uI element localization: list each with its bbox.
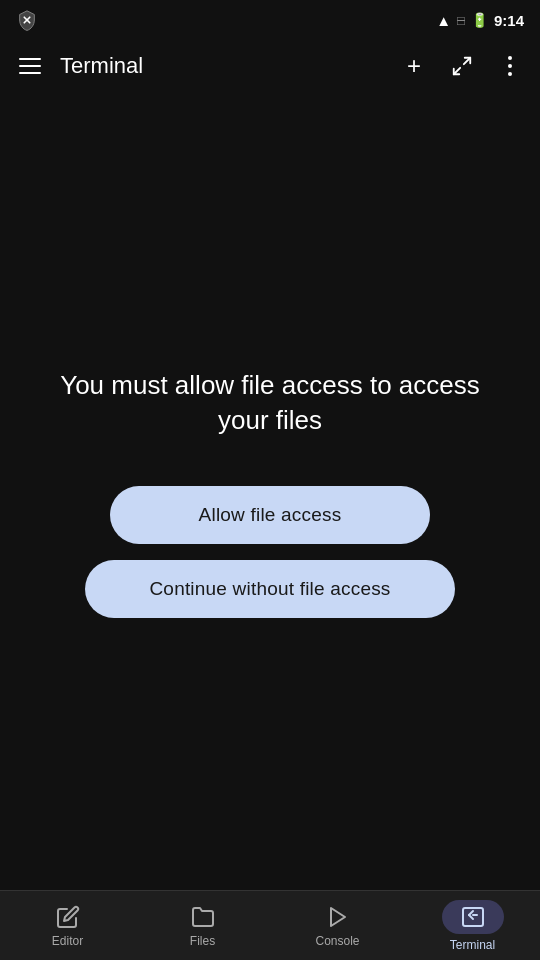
svg-line-2 (464, 58, 470, 64)
app-title: Terminal (60, 53, 392, 79)
plus-icon: + (407, 54, 421, 78)
prompt-text: You must allow file access to access you… (40, 368, 500, 438)
terminal-icon (460, 904, 486, 930)
nav-item-console[interactable]: Console (270, 891, 405, 960)
status-left (16, 9, 38, 31)
battery-icon: 🔋 (471, 12, 488, 28)
nav-label-editor: Editor (52, 934, 83, 948)
continue-without-file-access-button[interactable]: Continue without file access (85, 560, 455, 618)
expand-button[interactable] (440, 44, 484, 88)
svg-line-3 (454, 68, 460, 74)
expand-icon (451, 55, 473, 77)
toolbar: Terminal + (0, 36, 540, 96)
main-content: You must allow file access to access you… (0, 96, 540, 890)
files-icon (190, 904, 216, 930)
more-icon (508, 56, 512, 76)
terminal-icon-wrap (442, 900, 504, 934)
add-tab-button[interactable]: + (392, 44, 436, 88)
signal-icon: □ (457, 13, 465, 28)
hamburger-icon (19, 58, 41, 74)
nav-item-files[interactable]: Files (135, 891, 270, 960)
shield-x-icon (16, 9, 38, 31)
menu-button[interactable] (8, 44, 52, 88)
time-display: 9:14 (494, 12, 524, 29)
toolbar-actions: + (392, 44, 532, 88)
svg-marker-4 (331, 908, 345, 926)
bottom-nav: Editor Files Console (0, 890, 540, 960)
allow-file-access-button[interactable]: Allow file access (110, 486, 430, 544)
editor-icon (55, 904, 81, 930)
nav-label-files: Files (190, 934, 215, 948)
nav-label-terminal: Terminal (450, 938, 495, 952)
nav-label-console: Console (315, 934, 359, 948)
status-bar: ▲ □ 🔋 9:14 (0, 0, 540, 36)
console-icon (325, 904, 351, 930)
status-right: ▲ □ 🔋 9:14 (436, 12, 524, 29)
nav-item-editor[interactable]: Editor (0, 891, 135, 960)
more-options-button[interactable] (488, 44, 532, 88)
wifi-icon: ▲ (436, 12, 451, 29)
nav-item-terminal[interactable]: Terminal (405, 891, 540, 960)
